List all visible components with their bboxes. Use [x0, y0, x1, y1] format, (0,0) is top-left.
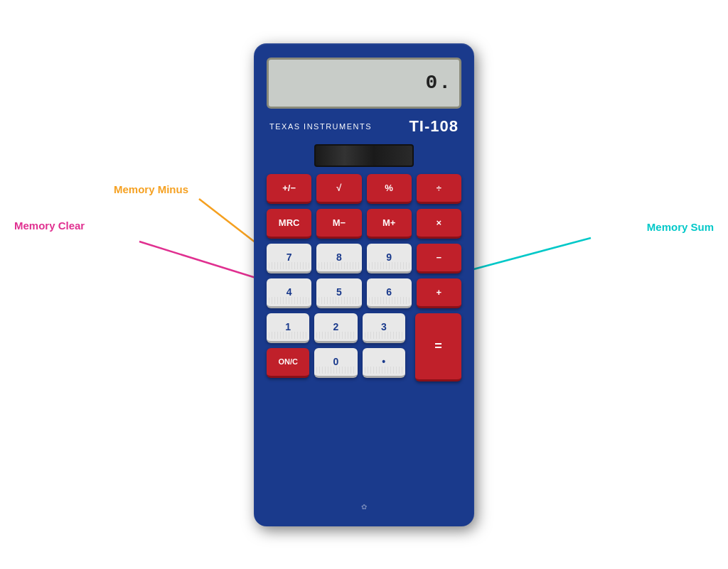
button-0[interactable]: 0: [314, 348, 357, 378]
btn-row-5: 1 2 3 ON/C 0 • =: [267, 313, 461, 381]
brand-name: TEXAS INSTRUMENTS: [269, 122, 372, 131]
bottom-icon: ✿: [361, 503, 367, 511]
button-2[interactable]: 2: [314, 313, 357, 343]
svg-line-0: [139, 242, 272, 283]
button-dot[interactable]: •: [363, 348, 405, 378]
btn-row-1: +/− √ % ÷: [267, 174, 461, 204]
annotation-memory-sum: Memory Sum: [647, 221, 714, 233]
button-5[interactable]: 5: [316, 278, 361, 308]
model-name: TI-108: [409, 117, 459, 136]
button-1[interactable]: 1: [267, 313, 309, 343]
button-equals[interactable]: =: [415, 313, 461, 381]
button-7[interactable]: 7: [267, 244, 311, 273]
annotation-memory-minus: Memory Minus: [114, 183, 188, 195]
solar-panel: [314, 144, 414, 167]
display-value: 0.: [425, 72, 452, 94]
button-sqrt[interactable]: √: [316, 174, 361, 204]
button-3[interactable]: 3: [363, 313, 405, 343]
buttons-area: +/− √ % ÷ MRC M− M+ × 7 8 9 − 4: [267, 174, 461, 506]
brand-section: TEXAS INSTRUMENTS TI-108: [267, 116, 461, 137]
page-container: Memory Clear Memory Minus Memory Sum 0.: [0, 0, 728, 569]
button-4[interactable]: 4: [267, 278, 311, 308]
button-mrc[interactable]: MRC: [267, 209, 311, 239]
calculator: 0. TEXAS INSTRUMENTS TI-108 +/− √ % ÷ MR…: [254, 43, 474, 526]
btn-row-3: 7 8 9 −: [267, 244, 461, 273]
button-6[interactable]: 6: [367, 278, 412, 308]
button-on-c[interactable]: ON/C: [267, 348, 309, 378]
display-section: 0.: [267, 58, 461, 109]
button-plus-minus[interactable]: +/−: [267, 174, 311, 204]
btn-row-4: 4 5 6 +: [267, 278, 461, 308]
button-divide[interactable]: ÷: [417, 174, 461, 204]
btn-row-2: MRC M− M+ ×: [267, 209, 461, 239]
button-m-minus[interactable]: M−: [316, 209, 361, 239]
button-percent[interactable]: %: [367, 174, 412, 204]
annotation-memory-clear: Memory Clear: [14, 220, 85, 232]
button-multiply[interactable]: ×: [417, 209, 461, 239]
button-m-plus[interactable]: M+: [367, 209, 412, 239]
button-8[interactable]: 8: [316, 244, 361, 273]
button-plus[interactable]: +: [417, 278, 461, 308]
button-minus[interactable]: −: [417, 244, 461, 273]
button-9[interactable]: 9: [367, 244, 412, 273]
